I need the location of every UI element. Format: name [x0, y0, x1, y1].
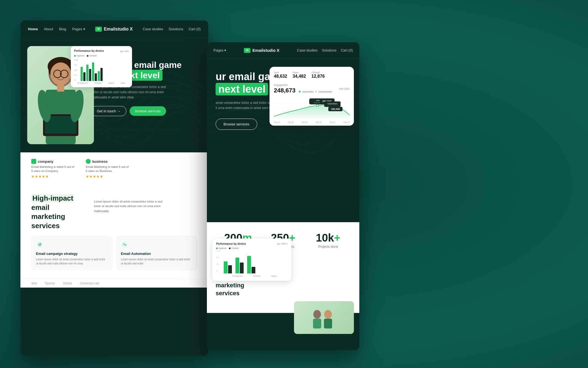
bottom-team-image: [294, 301, 354, 334]
back-hero: ur email game next level amet consectetu…: [207, 59, 359, 168]
stat-opened: Opened: [45, 282, 55, 285]
back-brand-name: Emailstudio X: [252, 48, 279, 53]
svg-rect-33: [313, 319, 321, 328]
service-card-desc-automation: Lorem ipsum dolor sit amet consectetur t…: [121, 257, 193, 266]
front-hero: Performance by device Apr 2025 Opened Cl…: [20, 38, 208, 152]
proof-business: business Email Marketing is rated 5 out …: [86, 159, 129, 179]
stars-company: ★★★★★: [31, 174, 75, 179]
back-nav-brand: ✉ Emailstudio X: [244, 48, 279, 53]
back-nav-solutions[interactable]: Solutions: [322, 48, 336, 52]
nav-blog[interactable]: Blog: [59, 27, 66, 31]
metric-projects-label: Projects done: [306, 245, 351, 249]
svg-point-34: [324, 310, 332, 319]
nav-links-left: Home About Blog Pages ▾: [28, 27, 85, 31]
engagement-section: Engagement 248,673 Subscribers Unsubscri…: [274, 82, 350, 94]
back-nav-cart[interactable]: Cart (0): [341, 48, 353, 52]
front-chart-card: Performance by device Apr 2025 Opened Cl…: [71, 46, 132, 87]
stat-clicked-back: Clicked 12,876: [311, 71, 325, 79]
line-chart-labels: Feb 01 Feb 05 Feb 09 Feb 13 Feb 17 Feb 2…: [274, 121, 350, 123]
stat-open-back: Open 34,482: [293, 71, 306, 79]
back-perf-card: Performance by device Apr 2025 ▾ Opened …: [212, 239, 291, 281]
hero-buttons: Get in touch → Browse services: [91, 106, 197, 116]
metric-projects: 10k+ Projects done: [306, 232, 351, 249]
nav-cart[interactable]: Cart (0): [189, 27, 201, 31]
service-card-title-automation: Email Automation: [121, 252, 193, 256]
chart-title: Performance by device: [74, 49, 104, 52]
dashboard-card: Sent 48,632 Open 34,482 Clicked 12,876 E…: [270, 67, 354, 126]
stat-sent: Sent: [31, 282, 37, 285]
window-back: Pages ▾ ✉ Emailstudio X Case studies Sol…: [207, 42, 359, 350]
svg-rect-9: [57, 85, 64, 92]
svg-rect-35: [324, 319, 332, 328]
social-proof: company Email Marketing is rated 5 out o…: [20, 152, 208, 185]
stat-sent-back: Sent 48,632: [274, 71, 287, 79]
stat-conversion: Conversion rate: [80, 282, 99, 285]
nav-links-right: Case studies Solutions Cart (0): [143, 27, 201, 31]
dashboard-stats: Sent 48,632 Open 34,482 Clicked 12,876: [274, 71, 350, 79]
nav-about[interactable]: About: [44, 27, 53, 31]
service-cards: Email campaign strategy Lorem ipsum dolo…: [31, 236, 197, 270]
service-card-title-campaign: Email campaign strategy: [36, 252, 108, 256]
back-nav: Pages ▾ ✉ Emailstudio X Case studies Sol…: [207, 42, 359, 59]
engagement-date: Feb 2025: [339, 88, 350, 90]
nav-pages[interactable]: Pages ▾: [72, 27, 85, 31]
back-nav-links-left: Pages ▾: [213, 48, 226, 52]
service-card-automation: Email Automation Lorem ipsum dolor sit a…: [116, 236, 197, 270]
back-brand-icon: ✉: [244, 48, 250, 53]
svg-text:Subscribers: Subscribers: [327, 103, 338, 105]
chart-labels: Smartphone Desktop Laptop Other: [74, 82, 129, 84]
svg-point-21: [316, 104, 318, 107]
back-hero-highlight: next level: [216, 83, 268, 95]
stat-clicked: Clicked: [63, 282, 72, 285]
service-card-desc-campaign: Lorem ipsum dolor sit amet consectetur t…: [36, 257, 108, 266]
chart-bars: [79, 59, 104, 81]
nav-solutions[interactable]: Solutions: [169, 27, 183, 31]
service-card-campaign: Email campaign strategy Lorem ipsum dolo…: [31, 236, 112, 270]
services-section: High-impact emailmarketing services Lore…: [20, 185, 208, 279]
svg-point-32: [313, 310, 321, 319]
back-browse-services-button[interactable]: Browse services: [216, 119, 257, 130]
brand-icon: ✉: [95, 27, 102, 32]
back-nav-links-right: Case studies Solutions Cart (0): [297, 48, 353, 52]
service-card-icon-campaign: [36, 241, 108, 249]
svg-text:160,348: 160,348: [331, 108, 340, 110]
back-nav-pages[interactable]: Pages ▾: [213, 48, 226, 52]
back-nav-case[interactable]: Case studies: [297, 48, 317, 52]
stars-business: ★★★★★: [86, 174, 129, 179]
stats-bar: Sent Opened Clicked Conversion rate: [20, 279, 208, 288]
services-title: High-impact emailmarketing services: [31, 194, 86, 231]
front-nav: Home About Blog Pages ▾ ✉ Emailstudio X …: [20, 20, 208, 38]
svg-point-15: [36, 241, 43, 248]
line-chart: Visitors Feb 09, 2024 201,043 Subscriber…: [274, 97, 350, 119]
window-front: Home About Blog Pages ▾ ✉ Emailstudio X …: [20, 20, 208, 356]
nav-home[interactable]: Home: [28, 27, 38, 31]
metric-projects-value: 10k+: [306, 232, 351, 243]
brand-name: Emailstudio X: [104, 27, 133, 32]
chart-legend: Opened Clicked: [74, 55, 129, 57]
get-in-touch-button[interactable]: Get in touch →: [91, 106, 126, 116]
service-card-icon-automation: [121, 241, 193, 249]
proof-company: company Email Marketing is rated 5 out o…: [31, 159, 75, 179]
browse-services-button[interactable]: Browse services: [130, 106, 166, 116]
services-description: Lorem ipsum dolor sit amet consectetur t…: [94, 199, 165, 214]
engagement-tags: Subscribers Unsubscribed: [299, 91, 332, 93]
chart-date: Apr 2025: [120, 50, 129, 53]
nav-brand: ✉ Emailstudio X: [95, 27, 133, 32]
nav-case-studies[interactable]: Case studies: [143, 27, 163, 31]
